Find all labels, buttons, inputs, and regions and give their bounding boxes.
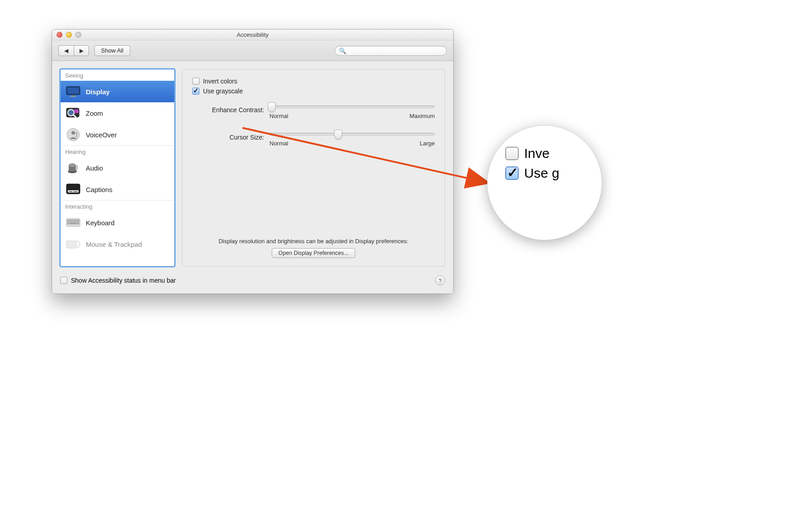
open-display-prefs-label: Open Display Preferences... [278,250,349,256]
traffic-lights [52,32,81,38]
back-button[interactable]: ◀ [58,45,74,56]
svg-rect-22 [76,219,77,221]
cursor-size-label: Cursor Size: [192,133,264,141]
sidebar-item-label: Display [86,88,110,96]
svg-rect-24 [67,221,69,223]
close-window-button[interactable] [57,32,62,38]
sidebar[interactable]: Seeing Display Zoom VoiceOver Hearing [60,69,175,267]
section-interacting: Interacting [61,200,174,212]
forward-button[interactable]: ▶ [74,45,89,56]
svg-rect-28 [74,221,75,223]
invert-colors-checkbox[interactable] [192,78,199,85]
show-all-button[interactable]: Show All [94,45,130,56]
section-seeing: Seeing [61,70,174,81]
slider-min-label: Normal [269,140,288,147]
use-grayscale-checkbox[interactable] [192,87,199,95]
triangle-right-icon: ▶ [79,48,84,54]
svg-rect-23 [77,219,79,221]
svg-rect-33 [77,223,79,224]
slider-min-label: Normal [269,113,288,119]
captions-icon [66,182,80,197]
help-icon: ? [438,277,441,284]
accessibility-window: Accessibility ◀ ▶ Show All 🔍 Seeing [52,29,454,294]
sidebar-item-label: Audio [86,164,103,172]
slider-thumb[interactable] [268,102,276,112]
status-menubar-checkbox[interactable] [60,277,67,284]
slider-max-label: Maximum [410,113,435,119]
svg-rect-3 [70,96,76,97]
slider-thumb[interactable] [334,130,342,140]
help-button[interactable]: ? [435,275,445,285]
sidebar-item-label: Mouse & Trackpad [86,241,142,248]
svg-rect-2 [71,95,75,96]
display-icon [66,84,80,99]
sidebar-item-voiceover[interactable]: VoiceOver [61,124,174,145]
zoom-lens-annotation: Inve Use g [487,126,602,240]
invert-colors-label: Invert colors [203,78,237,85]
open-display-prefs-button[interactable]: Open Display Preferences... [272,248,355,258]
svg-rect-34 [66,241,76,248]
svg-rect-29 [76,221,77,223]
display-prefs-note: Display resolution and brightness can be… [182,238,445,245]
sidebar-item-keyboard[interactable]: Keyboard [61,212,174,233]
sidebar-item-mouse-trackpad[interactable]: Mouse & Trackpad [61,233,174,255]
sidebar-item-label: Zoom [86,109,103,117]
svg-rect-21 [74,219,75,221]
zoom-icon [66,106,80,120]
search-icon: 🔍 [339,48,346,54]
zoom-window-button[interactable] [75,32,81,38]
svg-rect-15 [73,191,78,192]
svg-rect-7 [74,109,79,113]
svg-rect-30 [77,221,79,223]
voiceover-icon [66,127,80,142]
slider-max-label: Large [420,140,435,147]
enhance-contrast-slider[interactable]: Normal Maximum [269,105,435,119]
use-grayscale-label: Use grayscale [203,87,243,95]
search-wrap: 🔍 [335,46,447,56]
svg-rect-25 [69,221,71,223]
invert-colors-row: Invert colors [192,78,435,85]
audio-icon [66,161,80,175]
display-prefs-note-block: Display resolution and brightness can be… [182,238,445,258]
triangle-left-icon: ◀ [64,48,68,54]
sidebar-item-zoom[interactable]: Zoom [61,102,174,124]
search-input[interactable] [335,46,447,56]
toolbar: ◀ ▶ Show All 🔍 [52,40,453,61]
svg-rect-14 [69,191,72,192]
enhance-contrast-label: Enhance Contrast: [192,105,264,114]
show-all-label: Show All [101,47,124,54]
section-hearing: Hearing [61,145,174,157]
lens-grayscale-checkbox [505,166,519,180]
display-panel: Invert colors Use grayscale Enhance Cont… [182,69,445,267]
titlebar: Accessibility [52,30,453,40]
svg-rect-32 [70,223,77,224]
svg-rect-20 [72,219,74,221]
svg-rect-26 [71,221,72,223]
lens-invert-checkbox [505,147,519,160]
lens-grayscale-text: Use g [524,166,559,181]
svg-rect-18 [69,219,71,221]
svg-point-9 [71,131,75,135]
sidebar-item-label: Captions [86,186,112,193]
svg-rect-27 [72,221,74,223]
cursor-size-block: Cursor Size: Normal Large [192,133,435,147]
cursor-size-slider[interactable]: Normal Large [269,133,435,147]
svg-point-11 [69,163,76,167]
use-grayscale-row: Use grayscale [192,87,435,95]
sidebar-item-label: Keyboard [86,219,115,227]
keyboard-icon [66,215,80,230]
mouse-trackpad-icon [66,237,80,251]
sidebar-item-audio[interactable]: Audio [61,157,174,179]
sidebar-item-captions[interactable]: Captions [61,179,174,200]
svg-rect-19 [71,219,72,221]
svg-rect-1 [67,87,79,94]
window-title: Accessibility [52,31,453,38]
enhance-contrast-block: Enhance Contrast: Normal Maximum [192,105,435,119]
svg-point-35 [75,241,80,248]
svg-rect-17 [67,219,69,221]
nav-segmented: ◀ ▶ [58,45,89,56]
sidebar-item-display[interactable]: Display [61,81,174,102]
status-menubar-label: Show Accessibility status in menu bar [71,277,176,284]
lens-invert-text: Inve [524,146,550,161]
minimize-window-button[interactable] [66,32,72,38]
